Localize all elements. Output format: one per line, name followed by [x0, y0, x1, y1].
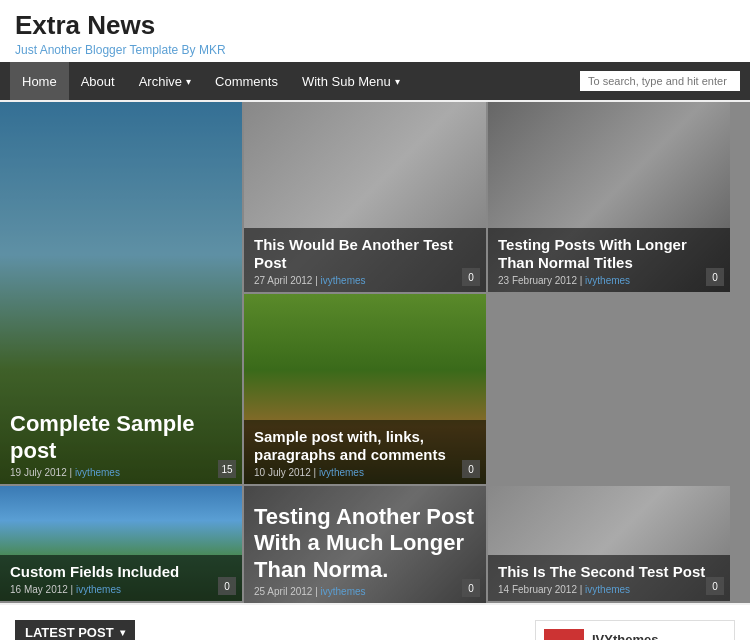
grid-author-another: ivythemes [321, 275, 366, 286]
site-header: Extra News Just Another Blogger Template… [0, 0, 750, 62]
grid-overlay-another: This Would Be Another Test Post 27 April… [244, 228, 486, 292]
fb-widget-content: 7 IVYthemes 👍 Like 1 059 people like IVY… [536, 621, 734, 640]
grid-overlay-sample: Sample post with, links, paragraphs and … [244, 420, 486, 484]
grid-author-second: ivythemes [585, 584, 630, 595]
grid-title-custom: Custom Fields Included [10, 563, 232, 581]
grid-item-another-test[interactable]: This Would Be Another Test Post 27 April… [244, 102, 486, 292]
grid-meta-testing-another: 25 April 2012 | ivythemes [254, 586, 476, 597]
submenu-arrow-icon: ▾ [395, 76, 400, 87]
archive-arrow-icon: ▾ [186, 76, 191, 87]
grid-author-complete: ivythemes [75, 467, 120, 478]
grid-item-second-test[interactable]: This Is The Second Test Post 14 February… [488, 486, 730, 601]
latest-post-label: LATEST POST [25, 625, 114, 640]
grid-overlay-second: This Is The Second Test Post 14 February… [488, 555, 730, 601]
grid-item-testing-another[interactable]: Testing Another Post With a Much Longer … [244, 486, 486, 603]
latest-post-arrow-icon: ▾ [120, 627, 125, 638]
search-input[interactable] [580, 71, 740, 91]
grid-meta-custom: 16 May 2012 | ivythemes [10, 584, 232, 595]
grid-title-second: This Is The Second Test Post [498, 563, 720, 581]
grid-meta-complete: 19 July 2012 | ivythemes [10, 467, 232, 478]
grid-overlay-testing: Testing Posts With Longer Than Normal Ti… [488, 228, 730, 292]
grid-overlay-custom: Custom Fields Included 16 May 2012 | ivy… [0, 555, 242, 601]
grid-badge-second: 0 [706, 577, 724, 595]
site-tagline: Just Another Blogger Template By MKR [15, 43, 735, 57]
search-box [580, 71, 740, 91]
grid-badge-testing-another: 0 [462, 579, 480, 597]
grid-meta-another: 27 April 2012 | ivythemes [254, 275, 476, 286]
grid-item-large[interactable]: Complete Sample post 19 July 2012 | ivyt… [0, 102, 242, 484]
main-nav: Home About Archive ▾ Comments With Sub M… [0, 62, 750, 100]
fb-page-name: IVYthemes [592, 632, 658, 641]
nav-comments[interactable]: Comments [203, 62, 290, 100]
grid-overlay-testing-another: Testing Another Post With a Much Longer … [244, 486, 486, 603]
site-title: Extra News [15, 10, 735, 41]
latest-section: LATEST POST ▾ Entertainment Motion Desig… [0, 605, 750, 640]
grid-author-testing-another: ivythemes [321, 586, 366, 597]
grid-meta-testing: 23 February 2012 | ivythemes [498, 275, 720, 286]
grid-overlay-large: Complete Sample post 19 July 2012 | ivyt… [0, 102, 242, 484]
grid-item-sample-links[interactable]: Sample post with, links, paragraphs and … [244, 294, 486, 484]
grid-title-another: This Would Be Another Test Post [254, 236, 476, 272]
grid-badge-custom: 0 [218, 577, 236, 595]
grid-title-sample: Sample post with, links, paragraphs and … [254, 428, 476, 464]
grid-badge-sample: 0 [462, 460, 480, 478]
grid-author-sample: ivythemes [319, 467, 364, 478]
fb-logo-icon: 7 [544, 629, 584, 640]
grid-meta-second: 14 February 2012 | ivythemes [498, 584, 720, 595]
grid-badge-complete: 15 [218, 460, 236, 478]
grid-item-custom-fields[interactable]: Custom Fields Included 16 May 2012 | ivy… [0, 486, 242, 601]
grid-author-custom: ivythemes [76, 584, 121, 595]
facebook-widget: 7 IVYthemes 👍 Like 1 059 people like IVY… [535, 620, 735, 640]
nav-home[interactable]: Home [10, 62, 69, 100]
fb-header: 7 IVYthemes 👍 Like [544, 629, 726, 640]
fb-name-block: IVYthemes 👍 Like [592, 632, 658, 641]
grid-section: Complete Sample post 19 July 2012 | ivyt… [0, 102, 750, 603]
nav-submenu[interactable]: With Sub Menu ▾ [290, 62, 412, 100]
grid-title-testing: Testing Posts With Longer Than Normal Ti… [498, 236, 720, 272]
grid-title-testing-another: Testing Another Post With a Much Longer … [254, 504, 476, 583]
latest-post-header[interactable]: LATEST POST ▾ [15, 620, 135, 640]
latest-left: LATEST POST ▾ Entertainment Motion Desig… [15, 620, 520, 640]
nav-archive[interactable]: Archive ▾ [127, 62, 203, 100]
grid-author-testing: ivythemes [585, 275, 630, 286]
grid-badge-testing: 0 [706, 268, 724, 286]
grid-item-testing-posts[interactable]: Testing Posts With Longer Than Normal Ti… [488, 102, 730, 292]
grid-badge-another: 0 [462, 268, 480, 286]
grid-meta-sample: 10 July 2012 | ivythemes [254, 467, 476, 478]
nav-about[interactable]: About [69, 62, 127, 100]
grid-title-complete: Complete Sample post [10, 411, 232, 464]
